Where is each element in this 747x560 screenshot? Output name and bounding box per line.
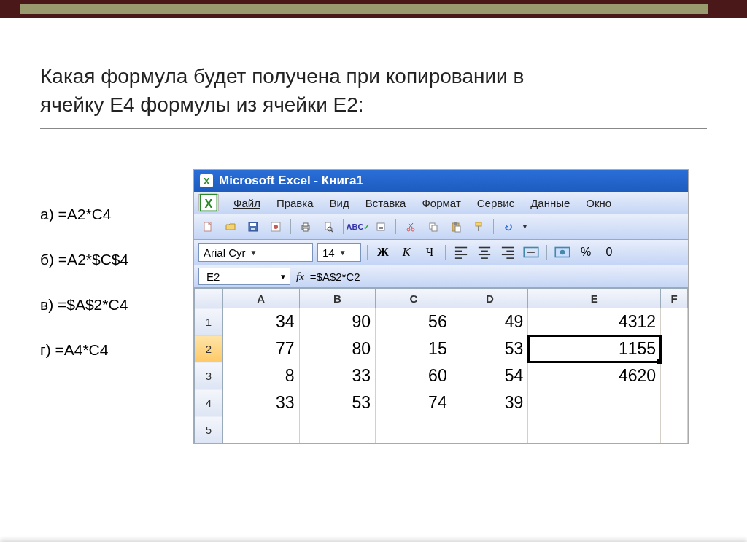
align-right-icon[interactable] bbox=[498, 244, 517, 261]
percent-button[interactable]: % bbox=[576, 244, 595, 261]
align-left-icon[interactable] bbox=[452, 244, 471, 261]
fx-icon[interactable]: fx bbox=[296, 271, 304, 283]
col-header-E[interactable]: E bbox=[528, 289, 661, 308]
cell-F5[interactable] bbox=[661, 416, 688, 443]
cell-C5[interactable] bbox=[376, 416, 452, 443]
cell-E3[interactable]: 4620 bbox=[528, 362, 661, 389]
cell-A5[interactable] bbox=[223, 416, 300, 443]
chevron-down-icon: ▼ bbox=[279, 273, 287, 281]
permission-icon[interactable] bbox=[266, 217, 285, 236]
col-header-C[interactable]: C bbox=[376, 289, 452, 308]
undo-icon[interactable] bbox=[499, 217, 518, 236]
font-name-combo[interactable]: Arial Cyr ▼ bbox=[198, 243, 313, 262]
cell-B5[interactable] bbox=[299, 416, 376, 443]
name-box-value: E2 bbox=[206, 271, 220, 283]
merge-center-icon[interactable] bbox=[522, 244, 541, 261]
cell-E2[interactable]: 1155 bbox=[528, 335, 661, 362]
cell-D5[interactable] bbox=[452, 416, 528, 443]
svg-rect-5 bbox=[251, 228, 255, 230]
formula-text[interactable]: =$A$2*C2 bbox=[310, 271, 360, 283]
cell-C3[interactable]: 60 bbox=[376, 362, 452, 389]
slide-corner-square bbox=[708, 0, 727, 18]
svg-rect-17 bbox=[379, 228, 383, 229]
toolbar-separator bbox=[343, 219, 344, 234]
format-painter-icon[interactable] bbox=[469, 217, 488, 236]
col-header-B[interactable]: B bbox=[299, 289, 376, 308]
menu-format[interactable]: Формат bbox=[420, 195, 462, 211]
paste-icon[interactable] bbox=[446, 217, 465, 236]
cell-C2[interactable]: 15 bbox=[376, 335, 452, 362]
excel-app-icon: X bbox=[200, 174, 213, 187]
cell-E5[interactable] bbox=[528, 416, 661, 443]
cell-A2[interactable]: 77 bbox=[223, 335, 300, 362]
cell-A4[interactable]: 33 bbox=[223, 389, 300, 416]
cell-C1[interactable]: 56 bbox=[376, 308, 452, 335]
undo-dropdown-icon[interactable]: ▼ bbox=[522, 223, 528, 230]
cell-B4[interactable]: 53 bbox=[299, 389, 376, 416]
copy-icon[interactable] bbox=[424, 217, 443, 236]
cell-E1[interactable]: 4312 bbox=[528, 308, 661, 335]
question-text: Какая формула будет получена при копиров… bbox=[40, 62, 707, 119]
cell-B1[interactable]: 90 bbox=[299, 308, 376, 335]
row-header-5[interactable]: 5 bbox=[195, 416, 223, 443]
preview-icon[interactable] bbox=[319, 217, 338, 236]
toolbar-separator bbox=[367, 245, 368, 260]
cell-F4[interactable] bbox=[661, 389, 688, 416]
menu-data[interactable]: Данные bbox=[529, 195, 571, 211]
cell-B2[interactable]: 80 bbox=[299, 335, 376, 362]
currency-icon[interactable] bbox=[553, 244, 572, 261]
select-all-corner[interactable] bbox=[195, 289, 223, 308]
underline-button[interactable]: Ч bbox=[420, 244, 439, 261]
cell-D2[interactable]: 53 bbox=[452, 335, 528, 362]
save-icon[interactable] bbox=[244, 217, 263, 236]
row-header-1[interactable]: 1 bbox=[195, 308, 223, 335]
cut-icon[interactable] bbox=[401, 217, 420, 236]
col-header-D[interactable]: D bbox=[452, 289, 528, 308]
col-header-F[interactable]: F bbox=[661, 289, 688, 308]
menu-tools[interactable]: Сервис bbox=[476, 195, 516, 211]
svg-rect-16 bbox=[379, 227, 383, 228]
svg-rect-15 bbox=[379, 225, 381, 225]
cell-F3[interactable] bbox=[661, 362, 688, 389]
bold-button[interactable]: Ж bbox=[374, 244, 392, 261]
name-box[interactable]: E2 ▼ bbox=[198, 268, 290, 285]
slide-top-bar bbox=[0, 0, 747, 18]
print-icon[interactable] bbox=[296, 217, 315, 236]
row-header-4[interactable]: 4 bbox=[195, 389, 223, 416]
cell-A3[interactable]: 8 bbox=[223, 362, 300, 389]
font-name-value: Arial Cyr bbox=[204, 246, 246, 259]
toolbar-separator bbox=[290, 219, 291, 234]
question-line2: ячейку E4 формулы из ячейки E2: bbox=[40, 93, 364, 116]
cell-D3[interactable]: 54 bbox=[452, 362, 528, 389]
menu-insert[interactable]: Вставка bbox=[364, 195, 408, 211]
cell-F2[interactable] bbox=[661, 335, 688, 362]
cell-D4[interactable]: 39 bbox=[452, 389, 528, 416]
new-icon[interactable] bbox=[198, 217, 217, 236]
comma-style-button[interactable]: 0 bbox=[600, 244, 619, 261]
cell-F1[interactable] bbox=[661, 308, 688, 335]
spellcheck-icon[interactable]: ABC✓ bbox=[349, 217, 368, 236]
align-center-icon[interactable] bbox=[475, 244, 494, 261]
window-title-bar: X Microsoft Excel - Книга1 bbox=[194, 170, 688, 192]
menu-view[interactable]: Вид bbox=[328, 195, 351, 211]
chevron-down-icon: ▼ bbox=[250, 249, 258, 257]
research-icon[interactable] bbox=[371, 217, 390, 236]
cell-A1[interactable]: 34 bbox=[223, 308, 300, 335]
cell-D1[interactable]: 49 bbox=[452, 308, 528, 335]
spreadsheet-grid[interactable]: A B C D E F 1 34 90 56 49 4312 bbox=[194, 288, 688, 443]
answer-b: б) =A2*$C$4 bbox=[40, 251, 164, 268]
svg-rect-26 bbox=[455, 226, 460, 232]
menu-edit[interactable]: Правка bbox=[275, 195, 315, 211]
cell-B3[interactable]: 33 bbox=[299, 362, 376, 389]
open-icon[interactable] bbox=[221, 217, 240, 236]
col-header-A[interactable]: A bbox=[223, 289, 300, 308]
font-size-combo[interactable]: 14 ▼ bbox=[317, 243, 361, 262]
row-header-3[interactable]: 3 bbox=[195, 362, 223, 389]
row-header-2[interactable]: 2 bbox=[195, 335, 223, 362]
italic-button[interactable]: К bbox=[397, 244, 416, 261]
excel-doc-icon[interactable]: X bbox=[198, 194, 219, 211]
cell-E4[interactable] bbox=[528, 389, 661, 416]
menu-file[interactable]: Файл bbox=[232, 195, 262, 211]
cell-C4[interactable]: 74 bbox=[376, 389, 452, 416]
menu-window[interactable]: Окно bbox=[584, 195, 613, 211]
